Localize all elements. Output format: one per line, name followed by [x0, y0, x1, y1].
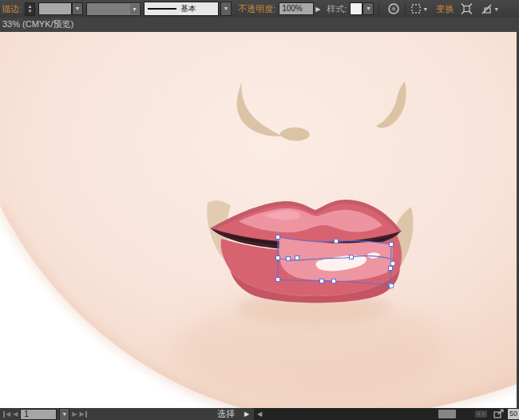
brush-dropdown-button[interactable]: ▼	[220, 2, 232, 16]
transform-panel-link[interactable]: 变换	[436, 3, 454, 15]
shape-slash-icon	[481, 3, 493, 15]
artboard-number-field[interactable]: 1	[20, 409, 57, 420]
scrollbar-thumb[interactable]	[438, 410, 456, 418]
style-dropdown-button[interactable]: ▼	[363, 2, 374, 15]
face-artwork	[0, 32, 519, 408]
artboard-canvas[interactable]	[0, 32, 519, 408]
anchor-point[interactable]	[389, 267, 393, 271]
anchor-point[interactable]	[390, 243, 394, 247]
brush-stroke-preview	[148, 8, 176, 10]
style-swatch[interactable]	[350, 2, 363, 15]
stroke-weight-dropdown-button[interactable]: ▼	[72, 2, 83, 15]
opacity-field[interactable]: 100%	[279, 2, 314, 15]
last-artboard-button[interactable]: ▶	[79, 410, 86, 418]
stroke-weight-field[interactable]	[38, 2, 72, 15]
brush-definition-preview[interactable]: 基本	[144, 2, 219, 16]
prev-artboard-button[interactable]: ◀	[13, 410, 18, 418]
anchor-point[interactable]	[276, 236, 280, 240]
document-zoom-status: 33% (CMYK/预览)	[2, 19, 73, 29]
current-tool-status[interactable]: 选择	[217, 408, 235, 420]
graphic-options-button[interactable]: ▼	[481, 3, 499, 15]
separator	[405, 2, 406, 15]
separator	[378, 2, 379, 15]
anchor-point[interactable]	[320, 279, 324, 283]
illustrator-window: 描边: ▲▼ ▼ ▼ 基本 ▼ 不透明度: 100% ▶ 样式: ▼	[0, 0, 519, 420]
scroll-left-arrow[interactable]: ◀	[257, 408, 262, 420]
anchor-point[interactable]	[287, 257, 291, 261]
chevron-down-icon[interactable]: ▼	[422, 6, 428, 12]
brush-name-label: 基本	[180, 3, 196, 14]
overlay-faint-icon	[475, 410, 487, 418]
select-similar-button[interactable]: ▼	[410, 3, 428, 14]
style-label: 样式:	[327, 3, 347, 15]
next-artboard-button[interactable]: ▶	[72, 410, 77, 418]
free-transform-icon[interactable]	[460, 2, 473, 15]
anchor-point[interactable]	[332, 279, 336, 283]
anchor-point[interactable]	[295, 256, 299, 260]
anchor-handle[interactable]	[390, 261, 395, 266]
chevron-down-icon[interactable]: ▼	[493, 6, 499, 12]
select-similar-icon	[410, 3, 422, 14]
status-bar-left: ◀ ◀ 1 ▼ ▶ ▶ 选择 ▶	[0, 408, 256, 420]
horizontal-scrollbar[interactable]: ◀ 50	[254, 408, 519, 420]
control-bar: 描边: ▲▼ ▼ ▼ 基本 ▼ 不透明度: 100% ▶ 样式: ▼	[0, 0, 519, 18]
stepper-down-icon[interactable]: ▼	[28, 9, 33, 14]
width-profile-dropdown[interactable]: ▼	[86, 2, 141, 16]
anchor-point[interactable]	[350, 256, 354, 260]
recolor-artwork-button[interactable]	[387, 2, 400, 15]
anchor-handle[interactable]	[389, 283, 394, 288]
anchor-point[interactable]	[276, 278, 280, 282]
artboard-dropdown-button[interactable]: ▼	[59, 408, 69, 420]
chevron-down-icon[interactable]: ▼	[130, 4, 139, 14]
opacity-dropdown-button[interactable]: ▶	[315, 6, 320, 13]
anchor-point[interactable]	[335, 240, 339, 244]
first-artboard-button[interactable]: ◀	[3, 410, 10, 418]
document-tab[interactable]: 33% (CMYK/预览)	[0, 18, 519, 33]
status-expand-arrow[interactable]: ▶	[244, 408, 249, 420]
share-icon[interactable]	[493, 409, 505, 419]
status-bar: ◀ ◀ 1 ▼ ▶ ▶ 选择 ▶ ◀ 50	[0, 408, 519, 420]
stroke-weight-stepper[interactable]: ▲▼	[25, 2, 35, 16]
partial-overlay-button[interactable]: 50	[508, 409, 519, 419]
stroke-panel-link[interactable]: 描边:	[2, 3, 22, 15]
opacity-panel-link[interactable]: 不透明度:	[238, 3, 275, 15]
anchor-point[interactable]	[276, 256, 280, 260]
